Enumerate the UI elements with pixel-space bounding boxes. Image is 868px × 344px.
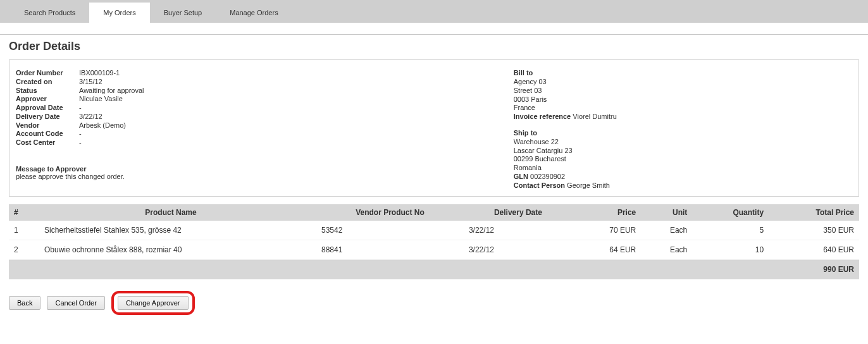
grand-total: 990 EUR (9, 260, 859, 280)
contact-person-value: George Smith (567, 181, 610, 189)
col-idx: # (9, 204, 25, 221)
cell-product-name: Obuwie ochronne Stålex 888, rozmiar 40 (25, 240, 316, 260)
order-number-value: IBX000109-1 (79, 69, 501, 78)
order-number-label: Order Number (16, 69, 79, 78)
approver-value: Niculae Vasile (79, 95, 501, 104)
col-unit: Unit (641, 204, 692, 221)
approval-date-label: Approval Date (16, 104, 79, 113)
table-row: 1 Sicherheitsstiefel Stahlex 535, grösse… (9, 221, 859, 240)
cell-unit: Each (641, 240, 692, 260)
message-text: please approve this changed order. (16, 173, 501, 180)
vendor-label: Vendor (16, 121, 79, 130)
cost-center-value: - (79, 138, 501, 147)
gln-value: 002390902 (530, 173, 565, 180)
cell-price: 64 EUR (573, 240, 641, 260)
divider (0, 34, 868, 35)
order-summary: Order NumberIBX000109-1 Created on3/15/1… (16, 69, 501, 190)
status-value: Awaiting for approval (79, 87, 501, 95)
col-price: Price (573, 204, 641, 221)
cost-center-label: Cost Center (16, 138, 79, 147)
col-quantity: Quantity (692, 204, 769, 221)
invoice-ref-value: Viorel Dumitru (573, 113, 617, 120)
cancel-order-button[interactable]: Cancel Order (47, 296, 104, 310)
tab-my-orders[interactable]: My Orders (89, 3, 149, 23)
cell-unit: Each (641, 221, 692, 240)
cell-idx: 1 (9, 221, 25, 240)
account-code-value: - (79, 130, 501, 138)
ship-to-line: Lascar Catargiu 23 (514, 147, 852, 156)
col-delivery-date: Delivery Date (464, 204, 573, 221)
col-total: Total Price (769, 204, 859, 221)
page-title: Order Details (9, 40, 859, 53)
bill-to-line: 0003 Paris (514, 95, 852, 104)
cell-vendor-no: 53542 (316, 221, 464, 240)
message-label: Message to Approver (16, 165, 501, 173)
back-button[interactable]: Back (9, 296, 40, 310)
bill-to-header: Bill to (514, 69, 852, 77)
bill-to-line: France (514, 104, 852, 113)
tab-search-products[interactable]: Search Products (10, 3, 89, 23)
col-vendor-no: Vendor Product No (316, 204, 464, 221)
cell-delivery-date: 3/22/12 (464, 240, 573, 260)
gln-label: GLN (514, 173, 528, 180)
cell-vendor-no: 88841 (316, 240, 464, 260)
vendor-value: Arbesk (Demo) (79, 121, 501, 130)
ship-to-header: Ship to (514, 129, 852, 137)
approver-label: Approver (16, 95, 79, 104)
highlight-ring: Change Approver (111, 291, 195, 315)
account-code-label: Account Code (16, 130, 79, 138)
address-section: Bill to Agency 03 Street 03 0003 Paris F… (501, 69, 852, 190)
table-row: 2 Obuwie ochronne Stålex 888, rozmiar 40… (9, 240, 859, 260)
approval-date-value: - (79, 104, 501, 113)
bill-to-line: Street 03 (514, 87, 852, 95)
ship-to-line: Romania (514, 164, 852, 173)
cell-quantity: 5 (692, 221, 769, 240)
cell-delivery-date: 3/22/12 (464, 221, 573, 240)
status-label: Status (16, 87, 79, 95)
button-row: Back Cancel Order Change Approver (9, 291, 859, 315)
cell-price: 70 EUR (573, 221, 641, 240)
change-approver-button[interactable]: Change Approver (118, 296, 189, 310)
cell-total: 640 EUR (769, 240, 859, 260)
cell-idx: 2 (9, 240, 25, 260)
tab-bar: Search Products My Orders Buyer Setup Ma… (0, 0, 868, 23)
tab-manage-orders[interactable]: Manage Orders (216, 3, 292, 23)
table-header-row: # Product Name Vendor Product No Deliver… (9, 204, 859, 221)
tab-buyer-setup[interactable]: Buyer Setup (150, 3, 216, 23)
ship-to-line: Warehouse 22 (514, 138, 852, 147)
created-on-value: 3/15/12 (79, 78, 501, 87)
created-on-label: Created on (16, 78, 79, 87)
order-details-box: Order NumberIBX000109-1 Created on3/15/1… (9, 59, 859, 197)
col-product-name: Product Name (25, 204, 316, 221)
cell-total: 350 EUR (769, 221, 859, 240)
delivery-date-value: 3/22/12 (79, 113, 501, 121)
bill-to-line: Agency 03 (514, 78, 852, 87)
contact-person-label: Contact Person (514, 181, 565, 189)
products-table: # Product Name Vendor Product No Deliver… (9, 204, 859, 280)
table-total-row: 990 EUR (9, 260, 859, 280)
cell-product-name: Sicherheitsstiefel Stahlex 535, grösse 4… (25, 221, 316, 240)
delivery-date-label: Delivery Date (16, 113, 79, 121)
invoice-ref-label: Invoice reference (514, 113, 571, 120)
cell-quantity: 10 (692, 240, 769, 260)
ship-to-line: 00299 Bucharest (514, 155, 852, 164)
